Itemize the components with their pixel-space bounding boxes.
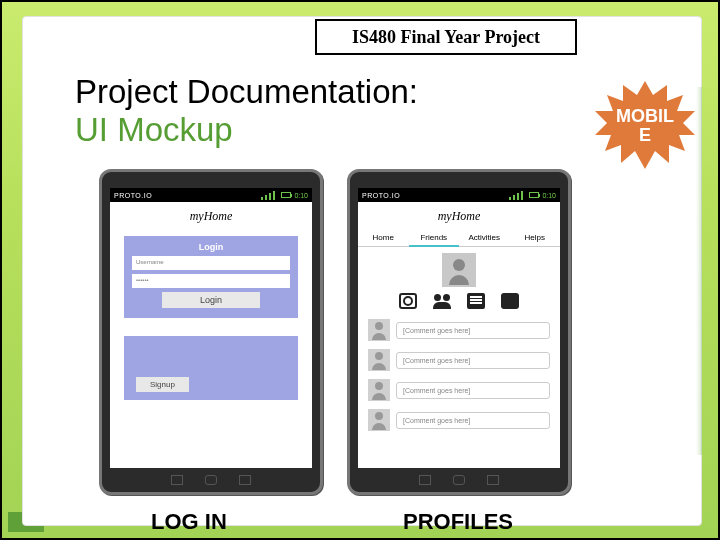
screen-profiles: PROTO.IO 0:10 myHome Home Friends Activi… bbox=[358, 188, 560, 468]
signal-icon bbox=[261, 191, 275, 200]
home-icon[interactable] bbox=[453, 475, 465, 485]
signup-button[interactable]: Signup bbox=[136, 377, 189, 392]
mobile-badge: MOBIL E bbox=[595, 81, 695, 171]
comment-text: [Comment goes here] bbox=[396, 352, 550, 369]
statusbar: PROTO.IO 0:10 bbox=[358, 188, 560, 202]
tab-home[interactable]: Home bbox=[358, 230, 409, 246]
tab-row: Home Friends Activities Helps bbox=[358, 230, 560, 247]
username-field[interactable]: Username bbox=[132, 256, 290, 270]
profile-avatar-area bbox=[358, 247, 560, 291]
page-title: Project Documentation: UI Mockup bbox=[75, 73, 418, 149]
action-icons bbox=[358, 291, 560, 315]
battery-icon bbox=[529, 192, 539, 198]
login-header: Login bbox=[132, 242, 290, 252]
comment-text: [Comment goes here] bbox=[396, 382, 550, 399]
avatar[interactable] bbox=[442, 253, 476, 287]
back-icon[interactable] bbox=[171, 475, 183, 485]
header-text: IS480 Final Year Project bbox=[352, 27, 540, 48]
statusbar-brand: PROTO.IO bbox=[362, 192, 400, 199]
screen-login: PROTO.IO 0:10 myHome Login Username ••••… bbox=[110, 188, 312, 468]
caption-login: LOG IN bbox=[151, 509, 227, 535]
statusbar-brand: PROTO.IO bbox=[114, 192, 152, 199]
badge-line2: E bbox=[639, 125, 651, 145]
tab-helps[interactable]: Helps bbox=[510, 230, 561, 246]
avatar-icon bbox=[368, 319, 390, 341]
android-nav bbox=[358, 472, 560, 488]
avatar-icon bbox=[368, 409, 390, 431]
recent-icon[interactable] bbox=[487, 475, 499, 485]
tab-friends[interactable]: Friends bbox=[409, 230, 460, 247]
headline-line2: UI Mockup bbox=[75, 111, 418, 149]
app-title: myHome bbox=[110, 202, 312, 230]
list-item: [Comment goes here] bbox=[358, 345, 560, 375]
caption-profiles: PROFILES bbox=[403, 509, 513, 535]
people-icon[interactable] bbox=[433, 293, 451, 309]
avatar-icon bbox=[368, 349, 390, 371]
statusbar-time: 0:10 bbox=[542, 192, 556, 199]
chat-icon[interactable] bbox=[501, 293, 519, 309]
tablet-login: PROTO.IO 0:10 myHome Login Username ••••… bbox=[99, 169, 323, 495]
recent-icon[interactable] bbox=[239, 475, 251, 485]
statusbar-time: 0:10 bbox=[294, 192, 308, 199]
avatar-icon bbox=[368, 379, 390, 401]
list-item: [Comment goes here] bbox=[358, 375, 560, 405]
list-item: [Comment goes here] bbox=[358, 405, 560, 435]
header-box: IS480 Final Year Project bbox=[315, 19, 577, 55]
signal-icon bbox=[509, 191, 523, 200]
login-panel: Login Username •••••• Login bbox=[124, 236, 298, 318]
camera-icon[interactable] bbox=[399, 293, 417, 309]
signup-panel: Signup bbox=[124, 336, 298, 400]
comment-text: [Comment goes here] bbox=[396, 322, 550, 339]
back-icon[interactable] bbox=[419, 475, 431, 485]
badge-line1: MOBIL bbox=[616, 106, 674, 126]
login-button[interactable]: Login bbox=[162, 292, 260, 308]
battery-icon bbox=[281, 192, 291, 198]
android-nav bbox=[110, 472, 312, 488]
list-item: [Comment goes here] bbox=[358, 315, 560, 345]
tablet-profiles: PROTO.IO 0:10 myHome Home Friends Activi… bbox=[347, 169, 571, 495]
password-field[interactable]: •••••• bbox=[132, 274, 290, 288]
app-title: myHome bbox=[358, 202, 560, 230]
home-icon[interactable] bbox=[205, 475, 217, 485]
statusbar: PROTO.IO 0:10 bbox=[110, 188, 312, 202]
comment-text: [Comment goes here] bbox=[396, 412, 550, 429]
slide-content: IS480 Final Year Project Project Documen… bbox=[22, 16, 702, 526]
headline-line1: Project Documentation: bbox=[75, 73, 418, 111]
note-icon[interactable] bbox=[467, 293, 485, 309]
slide-canvas: IS480 Final Year Project Project Documen… bbox=[0, 0, 720, 540]
badge-label: MOBIL E bbox=[595, 81, 695, 171]
tab-activities[interactable]: Activities bbox=[459, 230, 510, 246]
